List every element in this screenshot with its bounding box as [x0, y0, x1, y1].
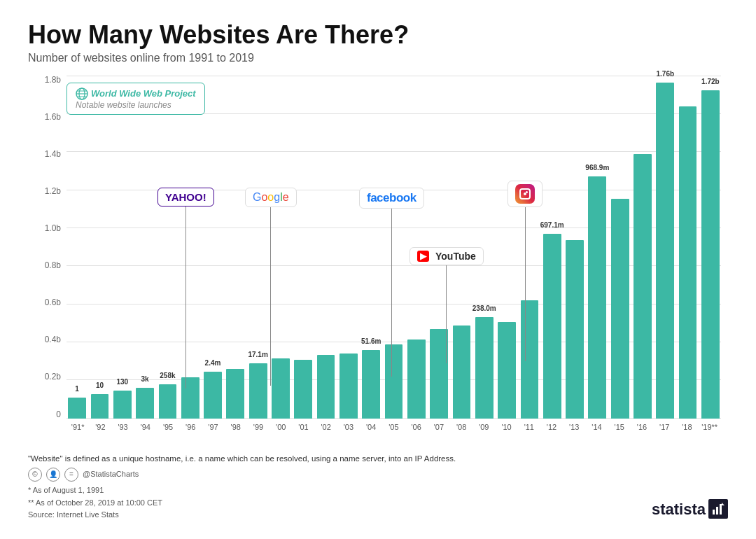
bar-'14: 968.9m: [588, 176, 606, 418]
bar-'91*: 1: [68, 398, 86, 418]
x-label-26: '17: [653, 420, 676, 431]
y-label-06: 0.6b: [45, 298, 61, 307]
bar-value-28: 1.72b: [701, 78, 720, 85]
youtube-label: YouTube: [435, 251, 476, 262]
x-label-1: '92: [89, 420, 111, 431]
svg-rect-7: [720, 504, 722, 514]
x-label-5: '96: [179, 420, 202, 431]
chart-area: 0 0.2b 0.4b 0.6b 0.8b 1.0b 1.2b 1.4b 1.6…: [28, 76, 728, 447]
google-callout: Google: [245, 188, 297, 386]
bar-group-23: 968.9m: [587, 76, 608, 419]
y-label-12: 1.2b: [45, 187, 61, 195]
x-label-15: '06: [405, 420, 428, 431]
x-label-19: '10: [495, 420, 517, 431]
yt-play-icon: ▶: [417, 251, 429, 262]
y-axis: 0 0.2b 0.4b 0.6b 0.8b 1.0b 1.2b 1.4b 1.6…: [28, 76, 66, 419]
bar-'12: 697.1m: [543, 234, 561, 418]
bar-'93: 130: [113, 391, 132, 418]
y-label-08: 0.8b: [45, 261, 61, 270]
x-label-2: '93: [111, 420, 134, 431]
bar-'16: [634, 154, 652, 418]
x-label-24: '15: [608, 420, 631, 431]
x-label-16: '07: [428, 420, 450, 431]
bar-group-3: 3k: [134, 76, 155, 419]
statista-brand: statista: [652, 497, 728, 522]
cc-logo: ©: [28, 468, 42, 482]
bar-group-26: 1.76b: [654, 76, 676, 419]
bar-'02: [317, 355, 335, 419]
svg-rect-6: [716, 507, 718, 514]
equals-icon: =: [64, 468, 78, 482]
footer-notes: * As of August 1, 1991 ** As of October …: [28, 484, 162, 522]
footer-bottom: © 👤 = @StatistaCharts * As of August 1, …: [28, 468, 728, 522]
bar-value-26: 1.76b: [656, 70, 674, 78]
x-label-9: '00: [270, 420, 292, 431]
x-label-7: '98: [225, 420, 247, 431]
bar-group-0: 1: [66, 76, 88, 419]
x-label-10: '01: [292, 420, 314, 431]
bar-group-1: 10: [89, 76, 110, 419]
x-label-27: '18: [676, 420, 698, 431]
bar-'19**: 1.72b: [701, 90, 720, 418]
y-label-04: 0.4b: [45, 335, 61, 344]
bar-group-11: [315, 76, 336, 419]
bar-'13: [566, 240, 584, 419]
x-label-14: '05: [382, 420, 405, 431]
bar-value-23: 968.9m: [585, 164, 609, 172]
svg-marker-8: [722, 503, 724, 505]
statista-text: statista: [652, 497, 706, 522]
bar-'95: 258k: [159, 384, 177, 419]
y-label-10: 1.0b: [45, 224, 61, 232]
chart-title: How Many Websites Are There?: [28, 21, 728, 49]
bar-group-28: 1.72b: [700, 76, 721, 419]
bar-group-12: [338, 76, 359, 419]
facebook-label: facebook: [367, 191, 416, 205]
x-label-4: '95: [157, 420, 179, 431]
statista-icon: [708, 499, 728, 519]
bar-value-21: 697.1m: [540, 221, 564, 229]
bar-'01: [294, 360, 312, 418]
source: Source: Internet Live Stats: [28, 509, 162, 522]
x-label-25: '16: [631, 420, 653, 431]
bar-value-3: 3k: [141, 375, 149, 383]
bar-group-2: 130: [112, 76, 133, 419]
x-label-6: '97: [202, 420, 224, 431]
yahoo-callout: YAHOO!: [158, 188, 214, 388]
footer: "Website" is defined as a unique hostnam…: [28, 452, 728, 522]
y-label-02: 0.2b: [45, 372, 61, 381]
y-label-14: 1.4b: [45, 150, 61, 158]
attribution-label: @StatistaCharts: [83, 468, 139, 481]
note2: ** As of October 28, 2019 at 10:00 CET: [28, 497, 162, 510]
y-label-16: 1.6b: [45, 113, 61, 121]
bar-value-1: 10: [96, 382, 104, 389]
bar-group-22: [564, 76, 585, 419]
yahoo-label: YAHOO!: [165, 191, 206, 203]
cc-icons: © 👤 = @StatistaCharts: [28, 468, 162, 482]
x-label-0: '91*: [66, 420, 89, 431]
x-label-22: '13: [563, 420, 585, 431]
note1: * As of August 1, 1991: [28, 484, 162, 497]
x-label-13: '04: [360, 420, 382, 431]
x-label-3: '94: [134, 420, 157, 431]
google-label: Google: [253, 191, 289, 204]
x-label-17: '08: [450, 420, 472, 431]
svg-rect-5: [713, 510, 715, 514]
bar-group-21: 697.1m: [542, 76, 563, 419]
x-label-8: '99: [247, 420, 270, 431]
footer-left: © 👤 = @StatistaCharts * As of August 1, …: [28, 468, 162, 522]
person-icon: 👤: [46, 468, 60, 482]
x-label-12: '03: [337, 420, 360, 431]
x-label-11: '02: [315, 420, 337, 431]
youtube-callout: ▶ YouTube: [410, 247, 484, 363]
definition-text: "Website" is defined as a unique hostnam…: [28, 452, 728, 465]
bar-'92: 10: [91, 394, 109, 418]
x-label-28: '19**: [699, 420, 721, 431]
chart-subtitle: Number of websites online from 1991 to 2…: [28, 52, 728, 64]
instagram-callout: [507, 181, 542, 361]
x-label-20: '11: [518, 420, 540, 431]
bar-'18: [679, 106, 697, 419]
bar-group-7: [225, 76, 246, 419]
bar-'03: [340, 354, 358, 419]
x-label-23: '14: [585, 420, 608, 431]
y-label-0: 0: [56, 410, 61, 419]
